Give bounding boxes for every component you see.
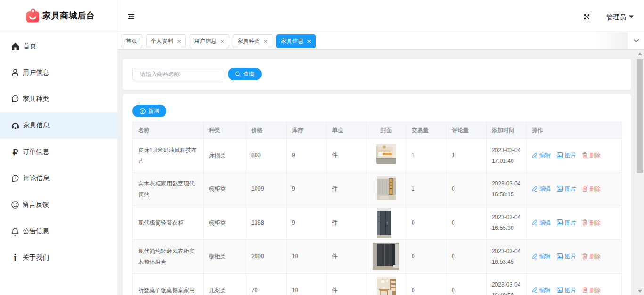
svg-text:i: i	[14, 253, 17, 262]
svg-text:₽: ₽	[13, 148, 18, 156]
